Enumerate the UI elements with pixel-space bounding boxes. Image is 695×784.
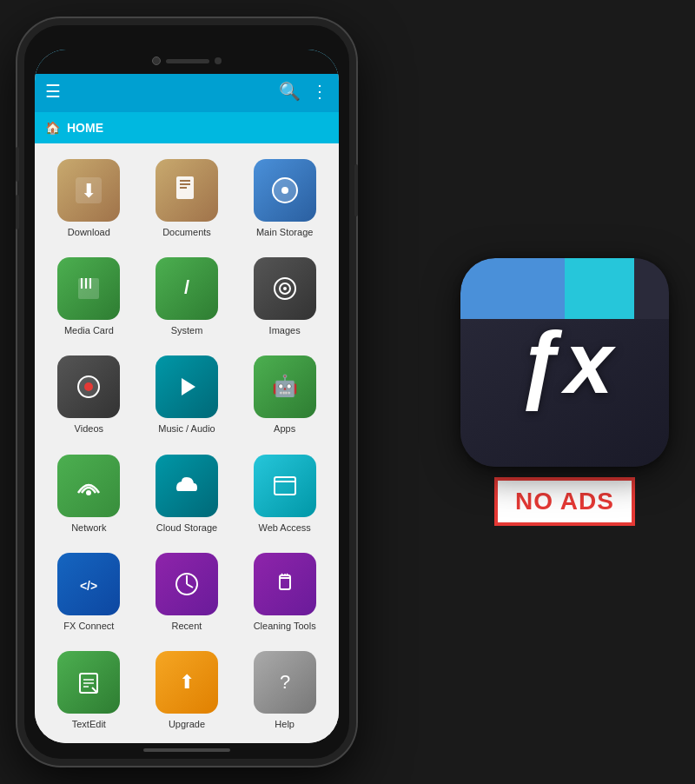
svg-point-20 [86,490,91,495]
svg-rect-5 [180,187,187,189]
no-ads-badge: NO ADS [494,477,635,526]
sensor [215,57,222,64]
documents-icon [156,159,218,222]
grid-item-download[interactable]: ⬇Download [42,150,136,245]
textedit-icon [57,651,120,714]
recent-icon [156,553,218,615]
grid-item-videos[interactable]: Videos [42,347,136,442]
phone-shell: 5:37 ▾ ▪▪▪ 🔋 ☰ 🔍 ⋮ 🏠 HOME ⬇DownloadDocum… [17,18,356,766]
vol-down-button [16,195,19,229]
network-label: Network [71,522,106,534]
grid-item-cloud-storage[interactable]: Cloud Storage [140,446,235,541]
documents-label: Documents [162,227,211,238]
textedit-label: TextEdit [72,719,106,730]
grid-item-recent[interactable]: Recent [140,544,235,639]
vol-up-button [16,147,19,182]
phone-screen: 5:37 ▾ ▪▪▪ 🔋 ☰ 🔍 ⋮ 🏠 HOME ⬇DownloadDocum… [35,50,339,743]
svg-point-17 [84,382,93,391]
fold-blue [460,258,565,319]
svg-text:</>: </> [80,579,97,593]
svg-line-25 [187,584,193,588]
grid-item-images[interactable]: Images [237,249,332,343]
svg-text:⬆: ⬆ [179,671,195,693]
svg-text:⬇: ⬇ [81,180,96,202]
svg-text:?: ? [280,671,290,693]
grid-item-web-access[interactable]: Web Access [237,446,332,541]
images-icon [254,257,316,320]
music-audio-label: Music / Audio [158,423,215,435]
help-label: Help [275,719,295,730]
grid-item-help[interactable]: ?Help [237,642,332,737]
svg-marker-18 [182,378,195,395]
cleaning-tools-icon [254,553,316,615]
apps-icon: 🤖 [254,355,316,418]
grid-item-cleaning-tools[interactable]: Cleaning Tools [237,544,332,639]
web-access-label: Web Access [258,522,310,534]
web-access-icon [254,455,316,517]
menu-icon[interactable]: ☰ [45,81,61,102]
grid-item-textedit[interactable]: TextEdit [42,642,136,737]
videos-icon [57,355,120,418]
fx-connect-icon: </> [57,553,120,615]
recent-label: Recent [172,621,202,632]
fold-cyan [565,258,634,319]
app-icon-fold [460,258,669,319]
svg-rect-3 [180,180,190,182]
grid-item-upgrade[interactable]: ⬆Upgrade [140,642,235,737]
more-options-icon[interactable]: ⋮ [311,81,328,102]
home-bar: 🏠 HOME [35,112,339,143]
cleaning-tools-label: Cleaning Tools [254,621,316,632]
svg-text:🤖: 🤖 [272,373,298,398]
system-label: System [171,325,203,336]
front-camera [152,56,161,65]
music-audio-icon [156,355,218,418]
download-icon: ⬇ [57,159,120,222]
right-section: ƒx NO ADS [460,258,669,526]
upgrade-icon: ⬆ [156,651,218,714]
cloud-storage-icon [156,455,218,517]
images-label: Images [269,325,301,336]
main-storage-icon [254,159,316,222]
fold-dark [634,258,669,319]
main-storage-label: Main Storage [256,227,313,238]
svg-point-7 [281,187,288,194]
svg-point-15 [283,287,287,290]
cloud-storage-label: Cloud Storage [156,522,217,534]
media-card-icon [57,257,120,320]
grid-item-network[interactable]: Network [42,446,136,541]
download-label: Download [68,227,110,238]
grid-item-media-card[interactable]: Media Card [42,249,136,343]
home-indicator[interactable] [143,748,230,752]
upgrade-label: Upgrade [169,719,205,730]
app-grid: ⬇DownloadDocumentsMain StorageMedia Card… [35,143,339,743]
help-icon: ? [254,651,316,714]
app-bar: ☰ 🔍 ⋮ [35,70,339,112]
grid-item-documents[interactable]: Documents [140,150,235,245]
speaker [166,59,209,63]
fx-logo-text: ƒx [516,319,612,406]
svg-rect-4 [180,183,190,185]
media-card-label: Media Card [64,325,114,336]
svg-rect-21 [275,477,295,495]
phone-notch [35,50,339,74]
power-button [354,164,358,216]
network-icon [57,455,120,517]
home-label: HOME [67,121,103,135]
fx-connect-label: FX Connect [63,621,114,632]
grid-item-fx-connect[interactable]: </>FX Connect [42,544,136,639]
home-icon: 🏠 [45,121,60,135]
search-icon[interactable]: 🔍 [279,81,301,102]
grid-item-system[interactable]: /System [140,249,235,343]
grid-item-apps[interactable]: 🤖Apps [237,347,332,442]
no-ads-text: NO ADS [515,488,614,515]
app-icon-large: ƒx [460,258,669,467]
system-icon: / [156,257,218,320]
grid-item-music-audio[interactable]: Music / Audio [140,347,235,442]
grid-item-main-storage[interactable]: Main Storage [237,150,332,245]
apps-label: Apps [274,423,295,435]
svg-text:/: / [184,276,189,298]
camera-area [152,56,222,65]
videos-label: Videos [75,423,103,435]
